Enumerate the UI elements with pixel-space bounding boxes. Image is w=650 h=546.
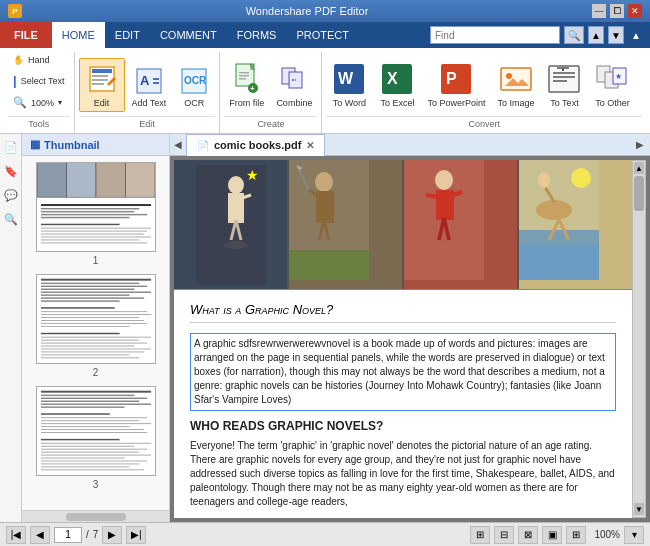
to-excel-button[interactable]: X To Excel [374, 58, 420, 112]
view-mode-5[interactable]: ⊞ [566, 526, 586, 544]
edit-items: Edit A Add Text OCR [79, 52, 216, 116]
hand-tool-button[interactable]: ✋ Hand [8, 52, 70, 68]
from-file-button[interactable]: + From file [224, 58, 269, 112]
tab-close-button[interactable]: ✕ [306, 140, 314, 151]
svg-rect-74 [40, 326, 129, 327]
edit-button[interactable]: Edit [79, 58, 125, 112]
thumbnail-label-3: 3 [93, 479, 99, 490]
search-next[interactable]: ▼ [608, 26, 624, 44]
search-sidebar-button[interactable]: 🔍 [2, 210, 20, 228]
thumbnail-img-3 [36, 386, 156, 476]
vertical-scrollbar[interactable]: ▲ ▼ [632, 160, 646, 518]
svg-rect-14 [239, 72, 249, 74]
tab-scroll-left[interactable]: ◀ [170, 134, 186, 156]
minimize-button[interactable]: — [592, 4, 606, 18]
comic-panel-2 [289, 160, 404, 289]
select-text-button[interactable]: | Select Text [8, 70, 70, 91]
svg-rect-2 [92, 75, 108, 77]
svg-rect-99 [40, 443, 150, 444]
svg-rect-82 [40, 354, 129, 355]
ocr-icon: OCR [178, 65, 210, 97]
thumbnail-hscroll[interactable] [22, 510, 169, 522]
comment-icon-button[interactable]: 💬 [2, 186, 20, 204]
app-icon: P [8, 4, 22, 18]
scroll-down-button[interactable]: ▼ [634, 503, 644, 515]
menu-forms[interactable]: FORMS [227, 22, 287, 48]
add-text-button[interactable]: A Add Text [127, 62, 172, 112]
view-mode-3[interactable]: ⊠ [518, 526, 538, 544]
thumbnail-page-2[interactable]: 2 [28, 274, 163, 378]
page-number-input[interactable] [54, 527, 82, 543]
left-icon-strip: 📄 🔖 💬 🔍 [0, 134, 22, 522]
cursor-icon: | [13, 73, 17, 88]
page-first-button[interactable]: |◀ [6, 526, 26, 544]
to-other-button[interactable]: ★ To Other [589, 58, 635, 112]
scroll-thumb[interactable] [634, 176, 644, 211]
thumbnail-label-1: 1 [93, 255, 99, 266]
menu-edit[interactable]: EDIT [105, 22, 150, 48]
zoom-dropdown-icon: ▾ [58, 98, 62, 107]
zoom-level: 100% [594, 529, 620, 540]
combine-button[interactable]: Combine [271, 58, 317, 112]
to-word-button[interactable]: W To Word [326, 58, 372, 112]
page-separator: / [86, 529, 89, 540]
svg-rect-73 [40, 323, 146, 324]
svg-rect-80 [40, 349, 150, 350]
svg-rect-16 [239, 78, 246, 80]
svg-rect-89 [40, 403, 150, 404]
search-button[interactable]: 🔍 [564, 26, 584, 44]
scroll-up-button[interactable]: ▲ [634, 162, 644, 174]
close-button[interactable]: ✕ [628, 4, 642, 18]
svg-rect-70 [40, 314, 150, 315]
zoom-button[interactable]: 🔍 100% ▾ [8, 93, 70, 112]
page-prev-button[interactable]: ◀ [30, 526, 50, 544]
svg-rect-98 [40, 439, 119, 440]
menu-collapse[interactable]: ▲ [628, 26, 644, 44]
search-area: 🔍 ▲ ▼ ▲ [430, 22, 650, 48]
svg-rect-51 [40, 217, 129, 218]
svg-rect-94 [40, 423, 150, 424]
to-text-button[interactable]: To Text [541, 58, 587, 112]
thumbnail-img-1 [36, 162, 156, 252]
svg-rect-93 [40, 420, 138, 421]
view-mode-2[interactable]: ⊟ [494, 526, 514, 544]
doc-paragraph-2: Everyone! The term 'graphic' in 'graphic… [190, 439, 616, 509]
page-next-button[interactable]: ▶ [102, 526, 122, 544]
to-excel-icon: X [379, 61, 415, 97]
page-last-button[interactable]: ▶| [126, 526, 146, 544]
svg-rect-91 [40, 413, 109, 414]
svg-rect-62 [40, 286, 146, 287]
search-prev[interactable]: ▲ [588, 26, 604, 44]
svg-rect-53 [40, 228, 150, 229]
thumbnail-page-3[interactable]: 3 [28, 386, 163, 490]
menu-comment[interactable]: COMMENT [150, 22, 227, 48]
svg-rect-60 [40, 279, 150, 281]
search-input[interactable] [430, 26, 560, 44]
page-icon-button[interactable]: 📄 [2, 138, 20, 156]
svg-rect-90 [40, 406, 124, 407]
view-mode-1[interactable]: ⊞ [470, 526, 490, 544]
bookmark-icon-button[interactable]: 🔖 [2, 162, 20, 180]
svg-point-141 [571, 168, 591, 188]
svg-point-29 [506, 73, 512, 79]
to-image-button[interactable]: To Image [492, 58, 539, 112]
restore-button[interactable]: ⧠ [610, 4, 624, 18]
svg-rect-64 [40, 291, 150, 292]
ribbon-group-tools: ✋ Hand | Select Text 🔍 100% ▾ Tools [4, 52, 75, 133]
menu-home[interactable]: HOME [52, 22, 105, 48]
doc-heading-2: Who Reads Graphic Novels? [190, 419, 616, 433]
svg-rect-96 [40, 429, 143, 430]
tab-comic-books[interactable]: 📄 comic books.pdf ✕ [186, 134, 325, 156]
ocr-button[interactable]: OCR OCR [173, 62, 215, 112]
to-powerpoint-button[interactable]: P To PowerPoint [422, 58, 490, 112]
doc-paragraph-1[interactable]: A graphic sdfsrewrwerwerewvnovel is a bo… [190, 333, 616, 411]
svg-rect-81 [40, 351, 143, 352]
menu-protect[interactable]: PROTECT [286, 22, 359, 48]
heading-2-text: Who Reads Graphic Novels? [190, 419, 383, 433]
svg-rect-58 [40, 242, 146, 243]
zoom-dropdown-button[interactable]: ▾ [624, 526, 644, 544]
view-mode-4[interactable]: ▣ [542, 526, 562, 544]
thumbnail-page-1[interactable]: 1 [28, 162, 163, 266]
svg-text:+: + [250, 84, 255, 93]
file-menu[interactable]: FILE [0, 22, 52, 48]
